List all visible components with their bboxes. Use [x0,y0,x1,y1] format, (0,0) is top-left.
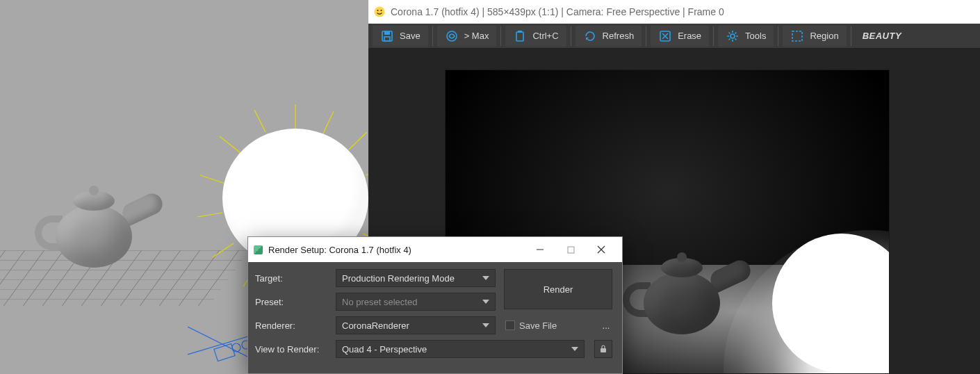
browse-button[interactable]: ... [597,316,615,334]
save-button[interactable]: Save [373,26,428,47]
render-button-label: Render [544,284,573,295]
renderer-label: Renderer: [255,320,330,331]
separator [646,26,646,46]
framebuffer-toolbar: Save > Max Ctrl+C Refresh Erase Tools [368,24,980,49]
separator [500,26,501,46]
view-label: View to Render: [255,344,330,355]
copy-label: Ctrl+C [532,31,558,41]
svg-line-26 [188,334,257,355]
svg-line-14 [254,110,266,132]
close-icon [597,245,605,254]
smile-icon [374,6,385,17]
refresh-label: Refresh [603,31,635,41]
view-value: Quad 4 - Perspective [342,344,427,355]
tools-label: Tools [745,31,766,41]
render-mode-label[interactable]: BEAUTY [863,31,901,41]
max-label: > Max [464,31,489,41]
tools-button[interactable]: Tools [718,26,774,47]
renderer-select[interactable]: CoronaRenderer [336,316,496,334]
copy-button[interactable]: Ctrl+C [505,26,566,47]
app-icon [254,245,263,254]
svg-line-12 [200,175,225,184]
erase-label: Erase [678,31,701,41]
render-setup-dialog[interactable]: Render Setup: Corona 1.7 (hotfix 4) Targ… [247,236,623,374]
svg-line-1 [323,111,334,133]
dialog-titlebar[interactable]: Render Setup: Corona 1.7 (hotfix 4) [248,237,622,262]
erase-icon [658,29,672,43]
minimize-button[interactable] [525,238,555,261]
renderer-value: CoronaRenderer [342,320,409,331]
region-label: Region [810,31,838,41]
teapot-viewport[interactable] [42,177,160,275]
ellipsis-icon: ... [603,320,610,331]
region-button[interactable]: Region [783,26,846,47]
svg-line-11 [197,213,222,217]
refresh-button[interactable]: Refresh [575,26,642,47]
svg-rect-35 [384,37,390,41]
max-icon [445,29,459,43]
erase-button[interactable]: Erase [651,26,709,47]
svg-rect-44 [601,348,606,352]
save-label: Save [400,31,420,41]
separator [432,26,433,46]
lock-view-button[interactable] [594,340,612,358]
close-button[interactable] [586,238,616,261]
separator [713,26,714,46]
max-button[interactable]: > Max [437,26,497,47]
chevron-down-icon [482,300,489,304]
chevron-down-icon [571,347,578,351]
svg-point-40 [730,34,735,38]
maximize-button[interactable] [555,238,586,261]
chevron-down-icon [482,276,489,280]
framebuffer-titlebar[interactable]: Corona 1.7 (hotfix 4) | 585×439px (1:1) … [368,0,980,24]
framebuffer-title: Corona 1.7 (hotfix 4) | 585×439px (1:1) … [391,6,724,17]
svg-line-2 [349,132,367,149]
svg-point-28 [232,343,240,352]
preset-select[interactable]: No preset selected [336,293,496,311]
target-label: Target: [255,273,330,284]
save-file-checkbox[interactable]: Save File [505,320,557,331]
svg-point-32 [380,10,382,11]
separator [851,26,851,46]
render-teapot [630,244,748,341]
target-select[interactable]: Production Rendering Mode [336,269,496,287]
clipboard-icon [513,29,527,43]
svg-line-13 [220,136,240,153]
gear-icon [726,29,740,43]
svg-rect-37 [516,32,523,41]
view-select[interactable]: Quad 4 - Perspective [336,340,585,358]
minimize-icon [536,245,544,254]
region-icon [790,29,804,43]
refresh-icon [583,29,597,43]
svg-point-31 [377,10,378,11]
dialog-title: Render Setup: Corona 1.7 (hotfix 4) [268,245,411,255]
lock-icon [599,345,607,353]
separator [571,26,571,46]
render-button[interactable]: Render [504,269,612,309]
svg-rect-38 [518,31,522,33]
svg-rect-43 [568,247,574,253]
separator [778,26,778,46]
checkbox-icon[interactable] [505,320,515,330]
svg-point-30 [375,7,385,17]
preset-value: No preset selected [342,297,417,307]
maximize-icon [567,246,575,254]
svg-rect-27 [214,343,235,361]
chevron-down-icon [482,323,489,327]
save-icon [380,29,394,43]
target-value: Production Rendering Mode [342,273,455,284]
svg-rect-34 [384,31,390,35]
save-file-label: Save File [519,320,557,331]
svg-rect-41 [792,31,802,41]
preset-label: Preset: [255,297,330,307]
